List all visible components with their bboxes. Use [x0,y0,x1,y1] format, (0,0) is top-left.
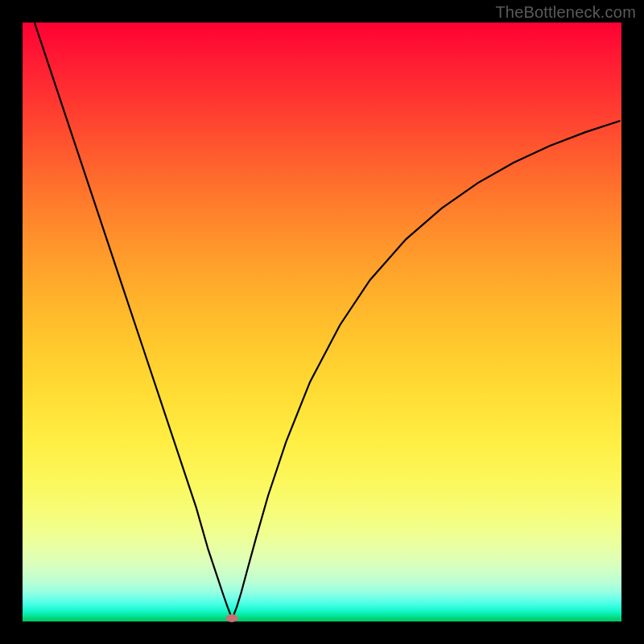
watermark-text: TheBottleneck.com [495,3,636,22]
curve-svg [23,23,621,621]
optimal-marker [226,614,238,622]
chart-area [23,23,621,621]
bottleneck-curve [35,23,621,618]
